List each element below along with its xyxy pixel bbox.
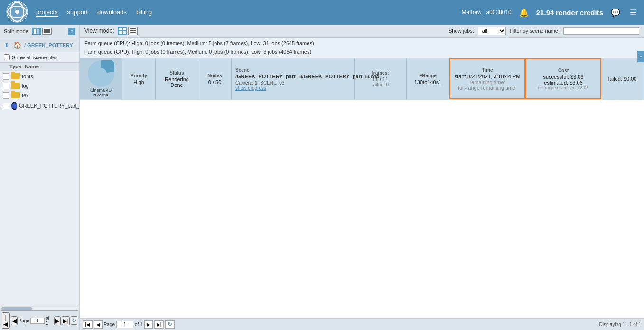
breadcrumb: / GREEK_POTTERY <box>24 42 73 48</box>
content-footer: |◀ ◀ Page of 1 ▶ ▶| ↻ Displaying 1 - 1 o… <box>80 318 644 330</box>
view-mode-grid[interactable] <box>118 27 127 35</box>
show-jobs-select[interactable]: all active done failed <box>478 27 506 35</box>
show-all-scenes-row: Show all scene files <box>0 52 79 63</box>
file-checkbox[interactable] <box>3 103 9 109</box>
job-failed-cell: failed: $0.00 <box>601 58 644 99</box>
nav-support[interactable]: support <box>67 9 88 17</box>
horizontal-scrollbar[interactable] <box>0 306 79 311</box>
file-checkbox[interactable] <box>3 73 9 80</box>
page-first-btn[interactable]: |◀ <box>2 312 10 329</box>
page-input[interactable] <box>30 318 45 324</box>
job-frange-cell: FRange 130to140s1 <box>407 58 449 99</box>
frange-value: 130to140s1 <box>414 79 442 85</box>
cost-label: Cost <box>558 68 569 73</box>
scene-label: Scene <box>235 67 249 73</box>
file-tree: fonts log tex <box>0 71 79 306</box>
time-label: Time <box>482 67 493 73</box>
priority-value: High <box>133 79 144 85</box>
status-label: Status <box>169 70 184 75</box>
split-mode-icons <box>32 28 52 35</box>
frames-failed: failed: 0 <box>372 82 389 87</box>
time-remaining: remaining time: <box>469 79 505 85</box>
nodes-value: 0 / 50 <box>208 79 222 85</box>
page-label: Page <box>19 318 29 323</box>
show-progress-link[interactable]: show progress <box>235 85 266 91</box>
collapse-right-button[interactable]: » <box>637 51 644 62</box>
view-mode-icons <box>118 27 138 35</box>
file-name: log <box>22 83 76 89</box>
menu-icon[interactable]: ☰ <box>628 6 638 19</box>
list-item[interactable]: log <box>0 81 79 91</box>
content-header: View mode: Show jobs: all active done fa… <box>80 25 644 38</box>
sidebar-pagination: |◀ ◀ Page of 1 ▶ ▶| ↻ <box>0 311 79 330</box>
displaying-count: Displaying 1 - 1 of 1 <box>599 322 641 327</box>
job-frames-cell: frames: 11 / 11 failed: 0 <box>355 58 407 99</box>
content-page-prev[interactable]: ◀ <box>94 320 103 329</box>
job-scene-cell: Scene /GREEK_POTTERY_part_B/GREEK_POTTER… <box>232 58 355 99</box>
filter-label: Filter by scene name: <box>510 28 560 34</box>
job-status-cell: Status Rendering Done <box>156 58 198 99</box>
content-page-next[interactable]: ▶ <box>144 320 153 329</box>
notification-icon[interactable]: 🔔 <box>517 6 531 19</box>
nav-downloads[interactable]: downloads <box>97 9 127 17</box>
list-item[interactable]: GREEK_POTTERY_part_B... <box>0 100 79 112</box>
svg-rect-6 <box>44 29 50 31</box>
frange-label: FRange <box>419 73 437 78</box>
content-page-refresh[interactable]: ↻ <box>165 320 175 329</box>
message-icon[interactable]: 💬 <box>609 6 622 19</box>
right-filters: Show jobs: all active done failed Filter… <box>448 27 639 35</box>
logo[interactable] <box>6 0 28 25</box>
list-item[interactable]: fonts <box>0 72 79 81</box>
page-next-btn[interactable]: ▶ <box>54 316 61 325</box>
list-item[interactable]: tex <box>0 91 79 100</box>
file-name: fonts <box>22 74 76 79</box>
svg-point-3 <box>15 10 19 14</box>
view-mode-list[interactable] <box>128 27 138 35</box>
split-mode-label: Split mode: <box>4 28 30 34</box>
show-all-scenes-label: Show all scene files <box>12 55 58 60</box>
content-page-first[interactable]: |◀ <box>83 320 93 329</box>
content-pagination: |◀ ◀ Page of 1 ▶ ▶| ↻ <box>83 320 175 329</box>
split-mode-icon-2[interactable] <box>42 28 52 35</box>
svg-rect-11 <box>123 31 126 34</box>
credits-amount: 21.94 <box>536 9 554 17</box>
split-mode-bar: Split mode: « <box>0 25 79 38</box>
home-button[interactable]: 🏠 <box>12 40 22 50</box>
page-prev-btn[interactable]: ◀ <box>11 316 18 325</box>
folder-icon <box>11 73 20 80</box>
job-cost-cell: Cost successful: $3.06 estimated: $3.06 … <box>525 58 601 99</box>
up-button[interactable]: ⬆ <box>3 40 10 50</box>
folder-icon <box>11 92 20 99</box>
file-checkbox[interactable] <box>3 83 9 89</box>
cost-estimated: estimated: $3.06 <box>544 80 582 85</box>
svg-rect-5 <box>37 29 39 34</box>
queue-info: Farm queue (CPU): High: 0 jobs (0 frames… <box>80 38 644 58</box>
top-right-section: Mathew | a0038010 🔔 21.94 render credits… <box>462 6 638 19</box>
svg-rect-9 <box>123 28 126 30</box>
svg-rect-4 <box>34 29 36 34</box>
nav-billing[interactable]: billing <box>136 9 152 17</box>
page-refresh-btn[interactable]: ↻ <box>71 316 77 325</box>
split-mode-icon-1[interactable] <box>32 28 41 35</box>
content-page-input[interactable] <box>116 321 133 328</box>
credits-display: 21.94 render credits <box>536 9 603 17</box>
folder-icon <box>11 83 20 89</box>
content-page-last[interactable]: ▶| <box>154 320 164 329</box>
file-checkbox[interactable] <box>3 92 9 99</box>
content-area: » View mode: Show jobs: all active done … <box>80 25 644 330</box>
nav-projects[interactable]: projects <box>36 9 58 17</box>
frames-count: 11 / 11 <box>373 76 389 82</box>
cost-full-range-est: full-range estimated: $3.06 <box>538 85 589 90</box>
show-all-scenes-checkbox[interactable] <box>4 54 10 60</box>
job-priority-cell: Priority High <box>122 58 156 99</box>
priority-label: Priority <box>131 73 147 78</box>
filter-input[interactable] <box>563 27 639 35</box>
sidebar-collapse-button[interactable]: « <box>68 28 75 35</box>
failed-value: failed: $0.00 <box>608 76 637 82</box>
time-start: start: 8/21/2021, 3:18:44 PM <box>455 74 521 79</box>
time-full-range: full-range remaining time: <box>458 85 517 91</box>
col-type-header: Type <box>9 64 25 69</box>
file-name: GREEK_POTTERY_part_B... <box>19 103 79 109</box>
svg-rect-13 <box>130 30 136 31</box>
page-last-btn[interactable]: ▶| <box>62 316 70 325</box>
